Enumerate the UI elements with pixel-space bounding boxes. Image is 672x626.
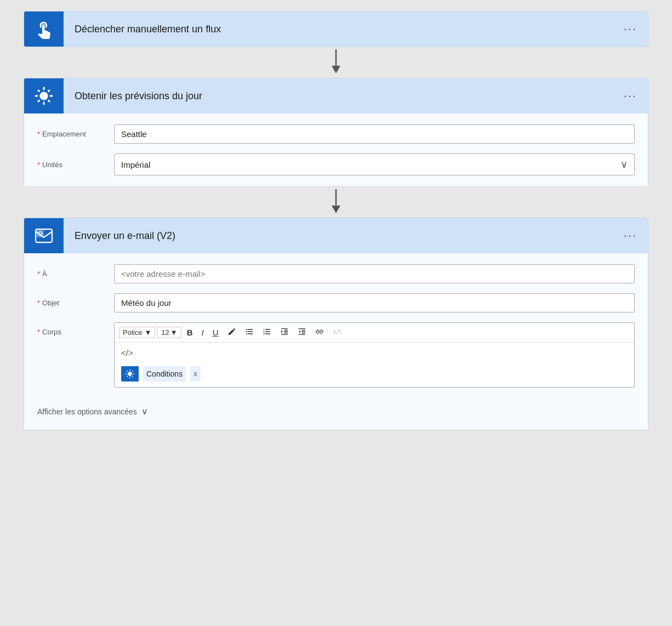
unites-row: *Unités Impérial ∨ bbox=[37, 153, 635, 175]
step2-header: Obtenir les prévisions du jour ··· bbox=[24, 78, 648, 113]
ul-icon bbox=[245, 327, 254, 336]
advanced-options-label: Afficher les options avancées bbox=[37, 407, 137, 416]
a-label: *À bbox=[37, 270, 114, 278]
step3-body: *À *Objet *Corps bbox=[24, 253, 648, 430]
indent-icon bbox=[280, 327, 289, 336]
corps-required: * bbox=[37, 328, 40, 336]
font-label: Police bbox=[123, 328, 142, 337]
step1-header: Déclencher manuellement un flux ··· bbox=[24, 12, 648, 47]
objet-row: *Objet bbox=[37, 293, 635, 312]
size-selector[interactable]: 12 ▼ bbox=[157, 327, 181, 338]
chip-sun-icon bbox=[125, 369, 135, 379]
step1-icon bbox=[24, 12, 64, 47]
chip-icon bbox=[121, 366, 139, 382]
link-icon bbox=[315, 327, 324, 336]
chip-close-button[interactable]: x bbox=[190, 366, 201, 382]
step1-title: Déclencher manuellement un flux bbox=[64, 24, 613, 35]
step2-icon bbox=[24, 78, 64, 113]
unites-label: *Unités bbox=[37, 161, 114, 169]
editor-content[interactable]: </> Conditions x bbox=[115, 343, 634, 387]
outdent-button[interactable] bbox=[294, 326, 310, 339]
sun-icon bbox=[34, 86, 54, 106]
pen-icon bbox=[227, 327, 236, 336]
down-arrow-2 bbox=[328, 189, 344, 215]
italic-button[interactable]: I bbox=[198, 327, 207, 338]
size-chevron-icon: ▼ bbox=[170, 328, 178, 337]
down-arrow-1 bbox=[328, 49, 344, 76]
step3-menu-button[interactable]: ··· bbox=[613, 229, 648, 243]
indent-button[interactable] bbox=[277, 326, 292, 339]
svg-marker-3 bbox=[332, 206, 340, 213]
advanced-options-row[interactable]: Afficher les options avancées ∨ bbox=[37, 397, 635, 419]
emplacement-row: *Emplacement bbox=[37, 124, 635, 144]
arrow-2 bbox=[24, 187, 648, 218]
ol-icon bbox=[263, 327, 271, 336]
corps-label: *Corps bbox=[37, 322, 114, 336]
font-chevron-icon: ▼ bbox=[144, 328, 151, 337]
svg-marker-1 bbox=[332, 66, 340, 73]
font-selector[interactable]: Police ▼ bbox=[119, 327, 155, 338]
step3-card: O Envoyer un e-mail (V2) ··· *À *Objet bbox=[24, 218, 648, 430]
a-required: * bbox=[37, 270, 40, 278]
a-input[interactable] bbox=[114, 264, 635, 283]
step3-icon: O bbox=[24, 218, 64, 253]
unlink-icon bbox=[333, 327, 341, 336]
conditions-chip[interactable]: Conditions x bbox=[121, 366, 201, 382]
a-row: *À bbox=[37, 264, 635, 283]
emplacement-label: *Emplacement bbox=[37, 130, 114, 138]
objet-label: *Objet bbox=[37, 299, 114, 307]
unites-value: Impérial bbox=[121, 160, 150, 169]
outdent-icon bbox=[298, 327, 306, 336]
code-tag: </> bbox=[121, 348, 628, 357]
step2-body: *Emplacement *Unités Impérial ∨ bbox=[24, 113, 648, 186]
emplacement-required: * bbox=[37, 130, 40, 138]
chip-label: Conditions bbox=[143, 366, 186, 382]
corps-editor[interactable]: Police ▼ 12 ▼ B I U bbox=[114, 322, 635, 388]
step2-title: Obtenir les prévisions du jour bbox=[64, 90, 613, 102]
svg-text:O: O bbox=[38, 230, 43, 237]
arrow-1 bbox=[24, 47, 648, 78]
step2-card: Obtenir les prévisions du jour ··· *Empl… bbox=[24, 78, 648, 187]
bold-button[interactable]: B bbox=[184, 327, 196, 338]
corps-row: *Corps Police ▼ 12 ▼ B I bbox=[37, 322, 635, 388]
objet-required: * bbox=[37, 299, 40, 307]
unites-select[interactable]: Impérial ∨ bbox=[114, 153, 635, 175]
advanced-options-chevron-icon: ∨ bbox=[141, 406, 148, 417]
size-label: 12 bbox=[161, 328, 169, 337]
emplacement-input[interactable] bbox=[114, 124, 635, 144]
unlink-button[interactable] bbox=[329, 326, 345, 339]
ol-button[interactable] bbox=[259, 326, 275, 339]
step2-menu-button[interactable]: ··· bbox=[613, 89, 648, 103]
underline-button[interactable]: U bbox=[209, 327, 222, 338]
touch-icon bbox=[34, 19, 54, 39]
step3-title: Envoyer un e-mail (V2) bbox=[64, 230, 613, 242]
link-button[interactable] bbox=[312, 326, 327, 339]
email-icon: O bbox=[34, 226, 54, 246]
editor-toolbar: Police ▼ 12 ▼ B I U bbox=[115, 323, 634, 343]
unites-required: * bbox=[37, 161, 40, 169]
unites-chevron-icon: ∨ bbox=[620, 158, 628, 170]
step1-menu-button[interactable]: ··· bbox=[613, 22, 648, 36]
step1-card: Déclencher manuellement un flux ··· bbox=[24, 11, 648, 47]
objet-input[interactable] bbox=[114, 293, 635, 312]
pen-button[interactable] bbox=[224, 326, 240, 339]
ul-button[interactable] bbox=[242, 326, 257, 339]
step3-header: O Envoyer un e-mail (V2) ··· bbox=[24, 218, 648, 253]
